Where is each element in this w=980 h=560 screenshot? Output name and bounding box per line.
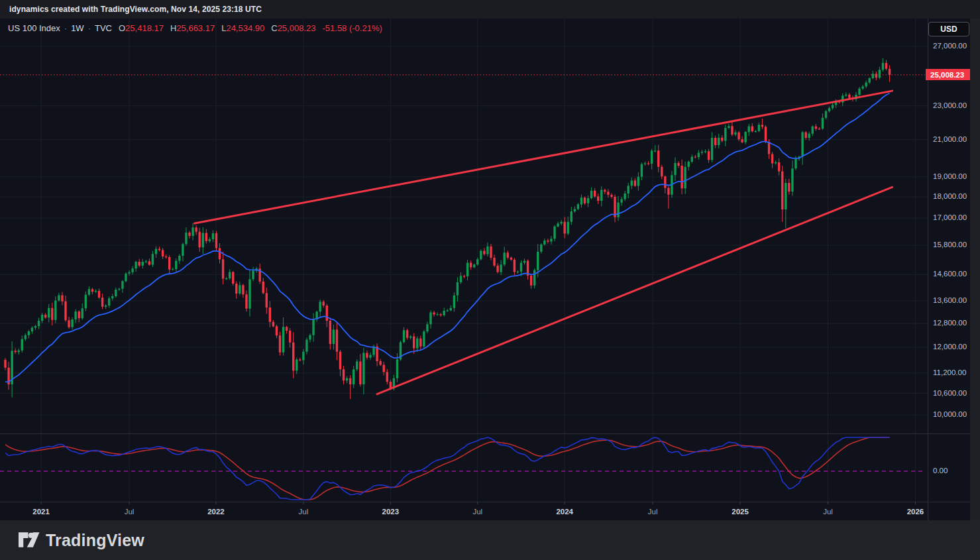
price-tick-label: 17,000.00 <box>933 213 967 221</box>
time-tick-label: Jul <box>823 508 833 516</box>
price-tick-label: 19,000.00 <box>933 172 967 180</box>
high-value: H25,663.17 <box>170 23 215 33</box>
tradingview-logo[interactable]: TradingView <box>18 530 144 550</box>
price-tick-label: 13,600.00 <box>933 296 967 304</box>
time-tick-label: 2025 <box>732 508 749 516</box>
pane-dividers <box>0 19 970 520</box>
time-tick-label: 2022 <box>207 508 225 516</box>
legend-separator: · <box>88 23 91 33</box>
price-tick-label: 27,000.00 <box>933 42 967 50</box>
chart-plot-area[interactable] <box>0 19 970 520</box>
tradingview-mark-icon <box>18 530 40 550</box>
ma-line <box>5 93 890 382</box>
price-tick-label: 12,000.00 <box>933 343 967 351</box>
price-tick-label: 23,000.00 <box>933 101 967 109</box>
currency-button[interactable]: USD <box>928 22 969 36</box>
time-tick-label: Jul <box>472 508 482 516</box>
symbol-legend[interactable]: US 100 Index · 1W · TVC O25,418.17 H25,6… <box>8 23 382 33</box>
macd-signal-line <box>5 437 890 500</box>
time-tick-label: Jul <box>648 508 658 516</box>
price-tick-label: 15,800.00 <box>933 241 967 249</box>
time-tick-label: 2023 <box>382 508 400 516</box>
price-tick-label: 21,000.00 <box>933 135 967 143</box>
last-price-label: 25,008.23 <box>926 69 970 80</box>
change-label: -51.58 (-0.21%) <box>322 23 382 33</box>
price-tick-label: 12,800.00 <box>933 319 967 327</box>
attribution-bar: idynamics created with TradingView.com, … <box>0 0 980 19</box>
open-value: O25,418.17 <box>119 23 164 33</box>
time-tick-label: Jul <box>125 508 135 516</box>
down-candle-wicks <box>5 60 890 399</box>
time-tick-label: 2021 <box>32 508 50 516</box>
up-candle-wicks <box>12 58 883 398</box>
price-tick-label: 14,600.00 <box>933 270 967 278</box>
indicator-zero-label: 0.00 <box>933 467 948 475</box>
tradingview-wordmark: TradingView <box>46 531 144 550</box>
time-tick-label: 2024 <box>556 508 573 516</box>
page-root: { "topbar": { "attribution": "idynamics … <box>0 0 980 560</box>
up-candle-bodies <box>11 63 884 388</box>
chart-widget: US 100 Index · 1W · TVC O25,418.17 H25,6… <box>0 19 970 520</box>
exchange-label[interactable]: TVC <box>95 23 112 33</box>
symbol-title[interactable]: US 100 Index <box>8 23 60 33</box>
upper-channel-line[interactable] <box>195 91 893 223</box>
time-tick-label: 2026 <box>907 508 924 516</box>
price-tick-label: 11,200.00 <box>933 368 966 376</box>
low-value: L24,534.90 <box>221 23 264 33</box>
candlestick-series <box>4 58 891 399</box>
time-tick-label: Jul <box>299 508 309 516</box>
legend-separator: · <box>64 23 67 33</box>
attribution-text: idynamics created with TradingView.com, … <box>9 5 262 14</box>
footer-bar: TradingView <box>0 520 980 560</box>
price-tick-label: 10,600.00 <box>933 389 967 397</box>
price-tick-label: 18,000.00 <box>933 192 967 200</box>
close-value: C25,008.23 <box>271 23 315 33</box>
price-tick-label: 10,000.00 <box>933 410 967 418</box>
interval-label[interactable]: 1W <box>71 23 84 33</box>
down-candle-bodies <box>4 63 891 388</box>
